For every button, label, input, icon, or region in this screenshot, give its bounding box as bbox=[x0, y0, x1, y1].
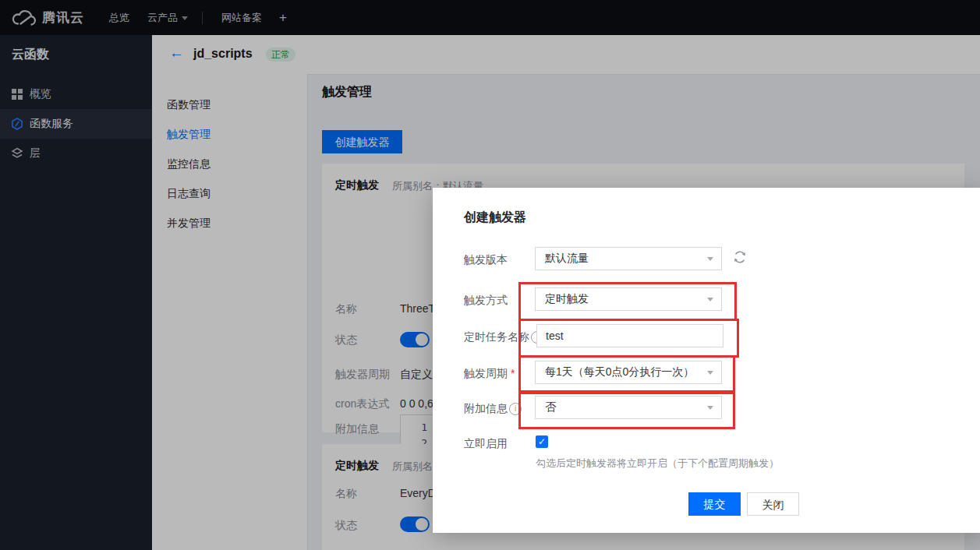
trigger-period-select[interactable]: 每1天（每天0点0分执行一次） bbox=[535, 361, 722, 384]
trigger-period-label: 触发周期* bbox=[464, 367, 515, 381]
close-button[interactable]: 关闭 bbox=[747, 492, 799, 516]
create-trigger-modal: 创建触发器 触发版本 默认流量 触发方式 定时触发 定时任务名称i* bbox=[433, 188, 980, 533]
trigger-period-value: 每1天（每天0点0分执行一次） bbox=[545, 365, 694, 379]
enable-now-checkbox[interactable]: ✓ bbox=[536, 435, 548, 448]
modal-title: 创建触发器 bbox=[464, 210, 526, 226]
additional-info-label-text: 附加信息 bbox=[464, 402, 508, 414]
task-name-input[interactable] bbox=[536, 324, 724, 347]
chevron-down-icon bbox=[707, 406, 713, 410]
additional-info-select[interactable]: 否 bbox=[535, 396, 722, 419]
trigger-period-label-text: 触发周期 bbox=[464, 367, 508, 379]
trigger-type-value: 定时触发 bbox=[545, 292, 589, 306]
refresh-icon[interactable] bbox=[732, 249, 748, 268]
enable-now-label: 立即启用 bbox=[464, 437, 508, 451]
task-name-label-text: 定时任务名称 bbox=[464, 330, 529, 343]
trigger-type-label: 触发方式 bbox=[464, 294, 508, 308]
chevron-down-icon bbox=[707, 371, 713, 375]
version-select[interactable]: 默认流量 bbox=[535, 247, 722, 270]
required-asterisk: * bbox=[511, 367, 515, 379]
version-value: 默认流量 bbox=[545, 252, 589, 266]
enable-hint: 勾选后定时触发器将立即开启（于下个配置周期触发） bbox=[536, 457, 779, 471]
tencent-cloud-console: 腾讯云 总览 云产品 网站备案 + 云函数 概览 函数服务 层 bbox=[0, 0, 980, 550]
chevron-down-icon bbox=[707, 257, 713, 261]
version-label: 触发版本 bbox=[464, 253, 508, 267]
submit-button[interactable]: 提交 bbox=[688, 492, 741, 516]
trigger-type-select[interactable]: 定时触发 bbox=[535, 287, 722, 311]
additional-info-label: 附加信息i bbox=[464, 402, 522, 416]
chevron-down-icon bbox=[707, 298, 713, 301]
info-icon[interactable]: i bbox=[509, 403, 522, 415]
additional-info-value: 否 bbox=[545, 400, 556, 414]
